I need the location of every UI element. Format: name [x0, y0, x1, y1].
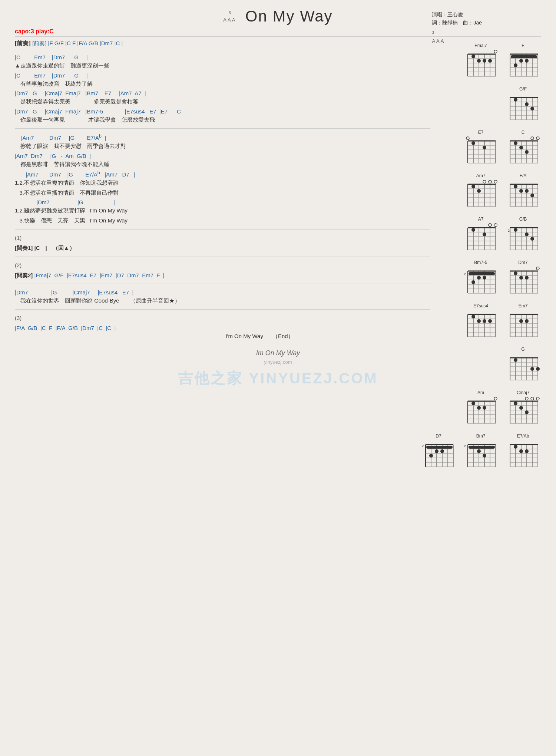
svg-point-79 [525, 150, 529, 154]
diagram-row-5: A7 [411, 216, 541, 254]
svg-point-191 [477, 319, 481, 323]
interlude2: [間奏2] |Fmaj7 G/F |E7sus4 E7 |Em7 |D7 Dm7… [15, 271, 430, 279]
svg-point-302 [514, 445, 517, 449]
svg-point-13 [471, 55, 475, 58]
main-area: |C Em7 |Dm7 G | ▲走過跟你走過的街 難過更深刻一些 |C Em7… [15, 53, 541, 342]
svg-point-273 [429, 454, 433, 458]
svg-point-76 [531, 137, 534, 140]
lyric-line-4: 你最後那一句再見 才讓我學會 怎麼放愛去飛 [15, 116, 430, 124]
svg-point-126 [489, 224, 492, 227]
svg-point-238 [483, 406, 486, 410]
verse-block-1: |C Em7 |Dm7 G | ▲走過跟你走過的街 難過更深刻一些 |C Em7… [15, 53, 430, 124]
diagram-row-7: E7sus4 [411, 303, 541, 341]
page: 吉他之家 YINYUEZJ.COM 3 AAA On My Way 演唱：王心凌… [0, 0, 556, 756]
svg-point-62 [483, 146, 486, 149]
chord-line-1: |C Em7 |Dm7 G | [15, 53, 430, 61]
diagram-fa: F/A [506, 173, 540, 210]
svg-point-125 [494, 224, 497, 227]
svg-point-190 [471, 315, 475, 318]
svg-point-176 [519, 276, 523, 280]
svg-point-14 [477, 59, 481, 63]
diagram-g: G [506, 347, 540, 383]
main-content: |C Em7 |Dm7 G | ▲走過跟你走過的街 難過更深刻一些 |C Em7… [15, 53, 430, 342]
chord-line-4: |Dm7 G |Cmaj7 Fmaj7 |Bm7-5 |E7sus4 E7 |E… [15, 108, 430, 115]
diagram-row-9: Am [411, 389, 541, 427]
diagram-e7: E7 [464, 130, 497, 166]
svg-point-30 [519, 59, 523, 63]
outro-text: I'm On My Way （End） [89, 332, 430, 341]
bridge-block: |Dm7 |G |Cmaj7 |E7sus4 E7 | 我在沒你的世界 回頭對你… [15, 288, 430, 305]
svg-point-31 [525, 59, 529, 63]
svg-point-16 [488, 59, 492, 63]
lyric-line-1: ▲走過跟你走過的街 難過更深刻一些 [15, 62, 430, 70]
diagram-gf: G/F [506, 86, 540, 123]
diagram-c: C [506, 130, 540, 166]
top-right-info: 演唱：王心凌 詞：陳靜楠 曲：Jae 3 AAA [432, 10, 482, 45]
svg-point-220 [514, 358, 517, 362]
diagram-row-8: G [411, 346, 541, 384]
diagram-row-10: D7 2 [411, 433, 541, 475]
svg-point-304 [525, 449, 529, 453]
diagram-row-6: Bm7-5 2 [411, 259, 541, 297]
svg-point-271 [435, 449, 438, 453]
chorus-lyric-2: 都是黑咖啡 苦得讓我今晚不能入睡 [15, 160, 430, 169]
svg-point-128 [483, 232, 486, 236]
bridge-lyric-1: 我在沒你的世界 回頭對你說 Good-Bye （原曲升半音回★） [15, 297, 430, 305]
svg-point-61 [471, 141, 475, 145]
svg-point-78 [519, 146, 523, 149]
svg-point-12 [494, 50, 497, 53]
diagram-d7: D7 2 [422, 433, 455, 474]
svg-point-60 [466, 137, 469, 140]
svg-point-288 [477, 449, 481, 453]
bridge-chord-1: |Dm7 |G |Cmaj7 |E7sus4 E7 | [15, 288, 430, 296]
diagram-row-2: G/F [411, 86, 541, 124]
svg-point-251 [536, 397, 539, 400]
svg-point-193 [488, 319, 492, 323]
diagram-e7sus4: E7sus4 [464, 303, 497, 340]
diagram-gb: G/B 2 [506, 217, 540, 253]
chord-line-2: |C Em7 |Dm7 G | [15, 72, 430, 79]
prelude-chords: [前奏] |F G/F |C F |F/A G/B |Dm7 |C | [32, 40, 123, 46]
svg-point-109 [514, 185, 517, 188]
svg-point-237 [477, 406, 481, 410]
svg-point-45 [514, 98, 517, 102]
svg-point-46 [525, 102, 529, 106]
svg-point-174 [536, 267, 539, 270]
diagram-em7: Em7 [506, 303, 540, 340]
chorus-lyric-3a: 1.2.不想活在重複的情節 你知道我想著誰 [15, 179, 430, 187]
svg-point-192 [483, 319, 486, 323]
diagram-a7: A7 [464, 217, 497, 253]
svg-point-254 [514, 402, 517, 405]
interlude1: [間奏1] |C | （回▲） [15, 244, 430, 252]
svg-point-289 [483, 454, 486, 458]
svg-point-96 [477, 189, 481, 193]
svg-text:2: 2 [508, 229, 510, 232]
chorus-lyric-3b: 3.不想活在重播的情節 不再跟自己作對 [15, 189, 430, 197]
svg-point-92 [494, 180, 497, 183]
outro-chords: |F/A G/B |C F |F/A G/B |Dm7 |C |C | [15, 324, 430, 332]
svg-point-95 [471, 185, 475, 188]
svg-point-32 [514, 63, 517, 67]
svg-point-236 [471, 402, 475, 405]
svg-point-127 [471, 228, 475, 232]
lyricist: 詞：陳靜楠 曲：Jae [432, 19, 482, 27]
section3-label: (3) [15, 314, 430, 323]
svg-point-159 [477, 276, 481, 280]
diagram-fmaj7: Fmaj7 [464, 43, 497, 80]
chorus-lyric-4b: 3.快樂 傷悲 天亮 天黑 I'm On My Way [15, 217, 430, 225]
svg-point-255 [519, 406, 523, 410]
svg-rect-270 [426, 446, 453, 449]
svg-point-235 [494, 397, 497, 400]
svg-text:2: 2 [422, 444, 424, 448]
chorus-block: |Am7 Dm7 |G E7/Ab | 擦乾了眼淚 我不要安慰 雨季會過去才對 … [15, 133, 430, 225]
diagram-cmaj7: Cmaj7 [506, 390, 540, 427]
svg-point-110 [519, 189, 523, 193]
diagram-bm75: Bm7-5 2 [464, 260, 497, 297]
chorus-lyric-1: 擦乾了眼淚 我不要安慰 雨季會過去才對 [15, 142, 430, 151]
diagram-am: Am [464, 390, 497, 427]
svg-point-256 [525, 410, 529, 414]
diagram-bm7: Bm7 2 [464, 433, 497, 474]
performer: 演唱：王心凌 [432, 10, 482, 19]
diagram-row-3: E7 [411, 129, 541, 167]
diagram-am7: Am7 [464, 173, 497, 210]
